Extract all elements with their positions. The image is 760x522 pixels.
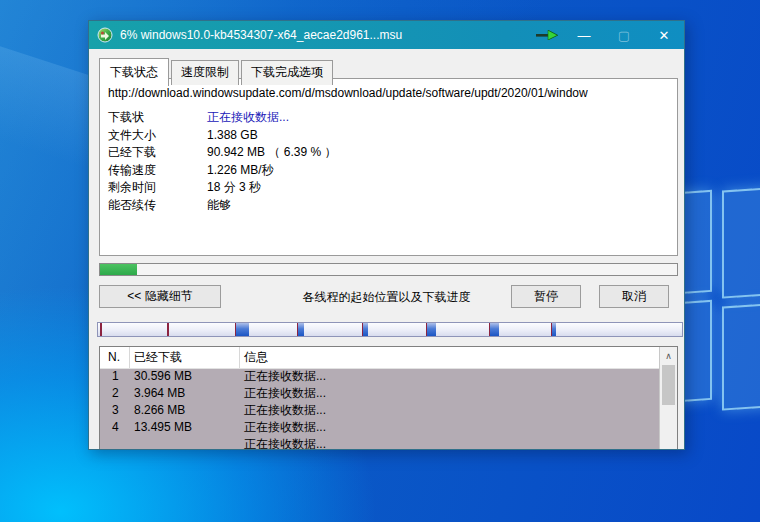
download-url: http://download.windowsupdate.com/d/msdo… xyxy=(108,86,675,100)
cell-size: 13.495 MB xyxy=(130,419,240,436)
column-header-n[interactable]: N. xyxy=(100,347,130,368)
table-row[interactable]: 正在接收数据... xyxy=(100,436,660,450)
progress-fill xyxy=(100,264,137,275)
column-header-size[interactable]: 已经下载 xyxy=(130,347,240,368)
column-header-info[interactable]: 信息 xyxy=(240,347,660,368)
tab-bar: 下载状态速度限制下载完成选项 xyxy=(99,57,335,85)
cell-info: 正在接收数据... xyxy=(240,436,660,450)
cell-n: 4 xyxy=(100,419,130,436)
table-row[interactable]: 130.596 MB正在接收数据... xyxy=(100,368,660,385)
detail-value: 1.388 GB xyxy=(207,127,258,145)
cell-info: 正在接收数据... xyxy=(240,368,660,385)
titlebar[interactable]: 6% windows10.0-kb4534307-x64_aecae2d961.… xyxy=(89,21,684,49)
cancel-button[interactable]: 取消 xyxy=(599,285,669,308)
close-button[interactable]: ✕ xyxy=(644,21,684,49)
download-status-panel: http://download.windowsupdate.com/d/msdo… xyxy=(99,78,678,256)
detail-label: 传输速度 xyxy=(108,162,207,180)
threads-progress-strip xyxy=(97,322,683,337)
tab[interactable]: 下载完成选项 xyxy=(241,60,333,85)
cell-n xyxy=(100,436,130,450)
detail-row: 已经下载90.942 MB （ 6.39 % ） xyxy=(108,144,669,162)
windows-logo-pane xyxy=(722,185,760,298)
cell-size: 3.964 MB xyxy=(130,385,240,402)
thread-chunk xyxy=(552,323,556,336)
thread-chunk xyxy=(236,323,249,336)
detail-label: 能否续传 xyxy=(108,197,207,215)
detail-row: 文件大小1.388 GB xyxy=(108,127,669,145)
thread-chunk xyxy=(427,323,435,336)
thread-chunk xyxy=(363,323,368,336)
thread-chunk xyxy=(298,323,304,336)
cell-n: 2 xyxy=(100,385,130,402)
thread-chunk xyxy=(490,323,499,336)
detail-value: 1.226 MB/秒 xyxy=(207,162,274,180)
thread-marker xyxy=(100,323,102,336)
window-title: 6% windows10.0-kb4534307-x64_aecae2d961.… xyxy=(120,28,530,42)
threads-table: N. 已经下载 信息 130.596 MB正在接收数据...23.964 MB正… xyxy=(99,346,678,450)
progress-bar xyxy=(99,263,678,276)
table-row[interactable]: 23.964 MB正在接收数据... xyxy=(100,385,660,402)
pause-button[interactable]: 暂停 xyxy=(511,285,581,308)
hide-details-button[interactable]: << 隐藏细节 xyxy=(99,285,221,308)
scroll-up-icon[interactable]: ∧ xyxy=(660,348,677,364)
cell-info: 正在接收数据... xyxy=(240,385,660,402)
table-scrollbar[interactable]: ∧ ∨ xyxy=(659,347,677,450)
idm-download-window: 6% windows10.0-kb4534307-x64_aecae2d961.… xyxy=(88,20,685,450)
windows-logo-pane xyxy=(722,301,760,410)
cell-size: 30.596 MB xyxy=(130,368,240,385)
table-row[interactable]: 38.266 MB正在接收数据... xyxy=(100,402,660,419)
cell-size: 8.266 MB xyxy=(130,402,240,419)
cell-size xyxy=(130,436,240,450)
cell-info: 正在接收数据... xyxy=(240,419,660,436)
idm-app-icon xyxy=(97,27,113,43)
detail-row: 下载状正在接收数据... xyxy=(108,109,669,127)
table-body: 130.596 MB正在接收数据...23.964 MB正在接收数据...38.… xyxy=(100,368,660,450)
tab[interactable]: 速度限制 xyxy=(171,60,239,85)
detail-label: 剩余时间 xyxy=(108,179,207,197)
table-header: N. 已经下载 信息 xyxy=(100,347,660,369)
detail-row: 能否续传能够 xyxy=(108,197,669,215)
detail-value: 能够 xyxy=(207,197,231,215)
tab[interactable]: 下载状态 xyxy=(99,58,169,86)
table-row[interactable]: 413.495 MB正在接收数据... xyxy=(100,419,660,436)
detail-label: 文件大小 xyxy=(108,127,207,145)
detail-row: 传输速度1.226 MB/秒 xyxy=(108,162,669,180)
maximize-button[interactable]: ▢ xyxy=(604,21,644,49)
cell-n: 3 xyxy=(100,402,130,419)
drag-progress-arrow-icon xyxy=(530,21,564,49)
detail-label: 已经下载 xyxy=(108,144,207,162)
cell-n: 1 xyxy=(100,368,130,385)
detail-rows: 下载状正在接收数据...文件大小1.388 GB已经下载90.942 MB （ … xyxy=(108,109,669,214)
minimize-button[interactable]: — xyxy=(564,21,604,49)
cell-info: 正在接收数据... xyxy=(240,402,660,419)
threads-caption: 各线程的起始位置以及下载进度 xyxy=(303,289,471,306)
detail-value: 正在接收数据... xyxy=(207,109,289,127)
detail-value: 90.942 MB （ 6.39 % ） xyxy=(207,144,336,162)
detail-label: 下载状 xyxy=(108,109,207,127)
detail-row: 剩余时间18 分 3 秒 xyxy=(108,179,669,197)
detail-value: 18 分 3 秒 xyxy=(207,179,261,197)
scrollbar-thumb[interactable] xyxy=(662,365,675,405)
thread-marker xyxy=(167,323,169,336)
